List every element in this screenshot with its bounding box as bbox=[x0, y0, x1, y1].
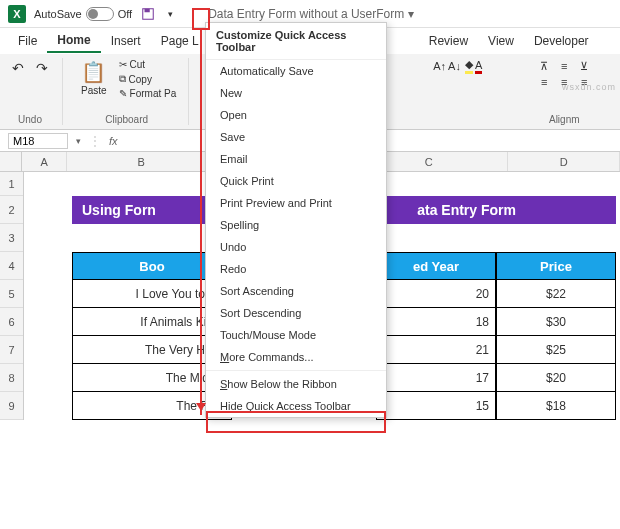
toggle-off-icon[interactable] bbox=[86, 7, 114, 21]
menu-separator bbox=[206, 370, 386, 371]
paste-button[interactable]: 📋 Paste bbox=[75, 58, 113, 98]
copy-button[interactable]: ⧉Copy bbox=[117, 72, 179, 86]
menu-print-preview[interactable]: Print Preview and Print bbox=[206, 192, 386, 214]
menu-spelling[interactable]: Spelling bbox=[206, 214, 386, 236]
cell-price[interactable]: $18 bbox=[496, 392, 616, 420]
menu-save[interactable]: Save bbox=[206, 126, 386, 148]
clipboard-group-label: Clipboard bbox=[75, 114, 178, 125]
menu-redo[interactable]: Redo bbox=[206, 258, 386, 280]
cell-price[interactable]: $30 bbox=[496, 308, 616, 336]
banner-text-left: Using Forn bbox=[82, 202, 156, 218]
scissors-icon: ✂ bbox=[119, 59, 127, 70]
align-middle-icon[interactable]: ≡ bbox=[555, 58, 573, 74]
fx-icon[interactable]: fx bbox=[109, 135, 118, 147]
cell-year[interactable]: 18 bbox=[376, 308, 496, 336]
row-header-6[interactable]: 6 bbox=[0, 308, 23, 336]
th-year: ed Year bbox=[376, 252, 496, 280]
select-all-button[interactable] bbox=[0, 152, 22, 171]
paste-icon: 📋 bbox=[81, 60, 106, 84]
font-size-down-icon[interactable]: A↓ bbox=[448, 60, 461, 72]
autosave-toggle[interactable]: AutoSave Off bbox=[34, 7, 132, 21]
redo-icon: ↷ bbox=[36, 60, 48, 76]
quick-access-dropdown[interactable]: ▾ bbox=[164, 7, 176, 21]
dropdown-icon[interactable]: ▾ bbox=[76, 136, 81, 146]
col-header-a[interactable]: A bbox=[22, 152, 67, 171]
ribbon-group-undo: ↶ ↷ Undo bbox=[8, 58, 63, 125]
tab-file[interactable]: File bbox=[8, 30, 47, 52]
tab-review[interactable]: Review bbox=[419, 30, 478, 52]
banner-text-right: ata Entry Form bbox=[417, 202, 516, 218]
menu-sort-asc[interactable]: Sort Ascending bbox=[206, 280, 386, 302]
brush-icon: ✎ bbox=[119, 88, 127, 99]
align-left-icon[interactable]: ≡ bbox=[535, 74, 553, 90]
menu-email[interactable]: Email bbox=[206, 148, 386, 170]
redo-button[interactable]: ↷ bbox=[32, 58, 52, 78]
menu-hide-qat[interactable]: Hide Quick Access Toolbar bbox=[206, 395, 386, 417]
row-header-5[interactable]: 5 bbox=[0, 280, 23, 308]
col-header-d[interactable]: D bbox=[508, 152, 620, 171]
menu-sort-desc[interactable]: Sort Descending bbox=[206, 302, 386, 324]
font-size-up-icon[interactable]: A↑ bbox=[433, 60, 446, 72]
autosave-state: Off bbox=[118, 8, 132, 20]
ribbon-group-font: A↑ A↓ ◆ A bbox=[433, 58, 523, 125]
row-header-2[interactable]: 2 bbox=[0, 196, 23, 224]
menu-open[interactable]: Open bbox=[206, 104, 386, 126]
menu-title: Customize Quick Access Toolbar bbox=[206, 23, 386, 60]
autosave-label: AutoSave bbox=[34, 8, 82, 20]
menu-touch-mouse[interactable]: Touch/Mouse Mode bbox=[206, 324, 386, 346]
row-header-1[interactable]: 1 bbox=[0, 172, 23, 196]
excel-icon: X bbox=[8, 5, 26, 23]
row-header-3[interactable]: 3 bbox=[0, 224, 23, 252]
cut-button[interactable]: ✂Cut bbox=[117, 58, 179, 71]
font-color-button[interactable]: A bbox=[475, 59, 482, 74]
undo-icon: ↶ bbox=[12, 60, 24, 76]
tab-developer[interactable]: Developer bbox=[524, 30, 599, 52]
row-header-4[interactable]: 4 bbox=[0, 252, 23, 280]
menu-auto-save[interactable]: Automatically Save bbox=[206, 60, 386, 82]
cell-year[interactable]: 21 bbox=[376, 336, 496, 364]
undo-button[interactable]: ↶ bbox=[8, 58, 28, 78]
cell-price[interactable]: $25 bbox=[496, 336, 616, 364]
qat-customize-menu: Customize Quick Access Toolbar Automatic… bbox=[205, 22, 387, 418]
fill-color-button[interactable]: ◆ bbox=[465, 58, 473, 74]
cell-price[interactable]: $22 bbox=[496, 280, 616, 308]
menu-new[interactable]: New bbox=[206, 82, 386, 104]
menu-undo[interactable]: Undo bbox=[206, 236, 386, 258]
row-headers: 1 2 3 4 5 6 7 8 9 bbox=[0, 172, 24, 420]
align-bottom-icon[interactable]: ⊻ bbox=[575, 58, 593, 74]
align-top-icon[interactable]: ⊼ bbox=[535, 58, 553, 74]
watermark: wsxdn.com bbox=[562, 82, 616, 92]
alignment-group-label: Alignm bbox=[535, 114, 593, 125]
menu-quick-print[interactable]: Quick Print bbox=[206, 170, 386, 192]
document-title: Data Entry Form without a UserForm ▾ bbox=[208, 7, 413, 21]
menu-show-below[interactable]: Show Below the Ribbon bbox=[206, 373, 386, 395]
copy-icon: ⧉ bbox=[119, 73, 126, 85]
menu-more-commands[interactable]: More Commands... bbox=[206, 346, 386, 368]
tab-home[interactable]: Home bbox=[47, 29, 100, 53]
format-painter-button[interactable]: ✎Format Pa bbox=[117, 87, 179, 100]
tab-view[interactable]: View bbox=[478, 30, 524, 52]
cell-price[interactable]: $20 bbox=[496, 364, 616, 392]
svg-rect-1 bbox=[145, 8, 150, 12]
name-box[interactable] bbox=[8, 133, 68, 149]
col-header-b[interactable]: B bbox=[67, 152, 216, 171]
save-icon[interactable] bbox=[140, 6, 156, 22]
cell-year[interactable]: 17 bbox=[376, 364, 496, 392]
row-header-7[interactable]: 7 bbox=[0, 336, 23, 364]
row-header-9[interactable]: 9 bbox=[0, 392, 23, 420]
cell-year[interactable]: 20 bbox=[376, 280, 496, 308]
cell-year[interactable]: 15 bbox=[376, 392, 496, 420]
row-header-8[interactable]: 8 bbox=[0, 364, 23, 392]
undo-group-label: Undo bbox=[8, 114, 52, 125]
th-price: Price bbox=[496, 252, 616, 280]
tab-insert[interactable]: Insert bbox=[101, 30, 151, 52]
annotation-arrow bbox=[200, 29, 202, 415]
ribbon-group-clipboard: 📋 Paste ✂Cut ⧉Copy ✎Format Pa Clipboard bbox=[75, 58, 189, 125]
